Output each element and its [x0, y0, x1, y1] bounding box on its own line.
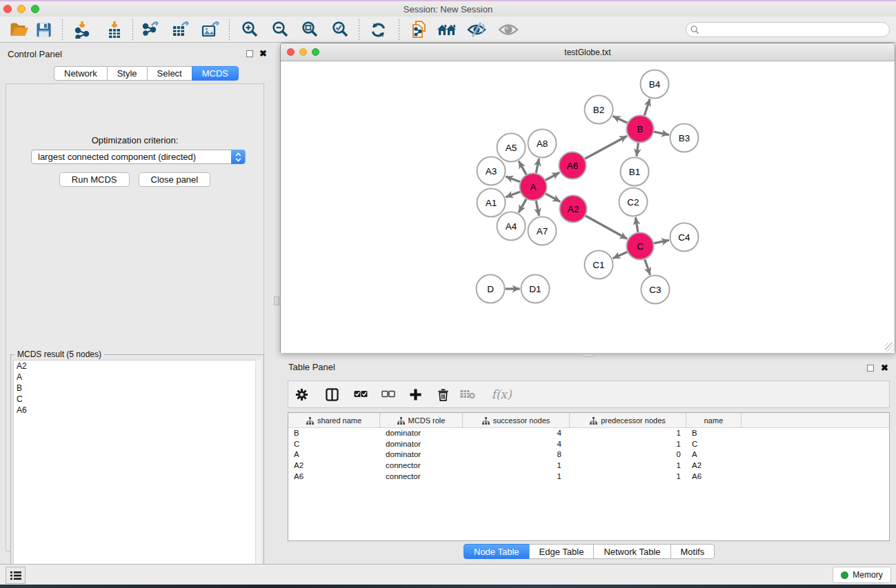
close-panel-button[interactable]: Close panel — [139, 172, 211, 187]
mcds-result-item[interactable]: B — [14, 383, 261, 394]
table-row[interactable]: Cdominator41C — [288, 439, 889, 450]
table-settings-button[interactable] — [292, 385, 310, 403]
close-panel-icon[interactable]: ✖ — [881, 363, 888, 373]
graph-edge-A-A4[interactable] — [519, 199, 526, 213]
graph-edge-A6-B[interactable] — [585, 136, 627, 159]
zoom-out-button[interactable] — [268, 18, 292, 41]
delete-table-button[interactable] — [459, 385, 477, 403]
graph-edge-C-C2[interactable] — [635, 217, 637, 232]
export-image-button[interactable] — [198, 18, 221, 41]
function-builder-button[interactable]: f(x) — [488, 385, 515, 403]
search-input[interactable] — [702, 25, 882, 34]
table-row[interactable]: A2connector11A2 — [288, 460, 889, 472]
graph-edge-A-A2[interactable] — [546, 194, 560, 202]
search-field[interactable] — [686, 22, 890, 37]
table-cell[interactable]: B — [288, 428, 380, 439]
graph-edge-C-C3[interactable] — [645, 259, 650, 274]
graph-edge-B-B2[interactable] — [613, 116, 627, 123]
graph-edge-A-A5[interactable] — [519, 161, 526, 175]
select-all-button[interactable] — [352, 385, 370, 403]
column-header-shared-name[interactable]: shared name — [288, 413, 380, 428]
table-row[interactable]: Adominator80A — [288, 449, 889, 460]
tab-select[interactable]: Select — [147, 66, 192, 81]
show-column-button[interactable] — [323, 385, 341, 403]
mcds-result-item[interactable]: A2 — [14, 361, 261, 372]
tab-mcds[interactable]: MCDS — [192, 66, 239, 81]
graph-edge-C-C4[interactable] — [654, 240, 669, 243]
table-cell[interactable]: A — [288, 449, 380, 460]
graph-edge-A-A7[interactable] — [536, 201, 539, 216]
column-header-name[interactable]: name — [686, 413, 741, 428]
table-cell[interactable]: 1 — [463, 472, 570, 483]
network-canvas[interactable]: B4B2BB3A8A5A6A3B1AC2A1A2A4A7C4CC1C3DD1 — [281, 62, 895, 353]
export-table-button[interactable] — [168, 18, 192, 41]
criterion-dropdown[interactable]: largest connected component (directed) — [31, 150, 246, 164]
graph-edge-A2-C[interactable] — [586, 216, 627, 239]
tab-edge-table[interactable]: Edge Table — [529, 544, 595, 559]
table-cell[interactable]: A2 — [686, 460, 741, 472]
graph-edge-A-A6[interactable] — [546, 172, 559, 180]
table-cell[interactable]: 1 — [570, 460, 686, 472]
new-network-from-selection-button[interactable] — [408, 18, 431, 41]
open-session-button[interactable] — [8, 18, 31, 41]
node-table[interactable]: shared nameMCDS rolesuccessor nodesprede… — [288, 412, 890, 541]
table-cell[interactable]: 1 — [570, 439, 686, 450]
table-cell[interactable]: 1 — [570, 428, 686, 439]
window-resize-handle[interactable] — [885, 343, 894, 352]
mcds-result-item[interactable]: A — [14, 372, 261, 383]
zoom-selected-button[interactable] — [328, 18, 352, 41]
column-header-successor-nodes[interactable]: successor nodes — [463, 413, 570, 428]
graph-edge-B-B1[interactable] — [637, 143, 638, 156]
table-row[interactable]: Bdominator41B — [288, 428, 889, 439]
tab-network[interactable]: Network — [54, 66, 108, 81]
deselect-all-button[interactable] — [379, 385, 397, 403]
import-network-button[interactable] — [70, 18, 94, 41]
tab-network-table[interactable]: Network Table — [593, 544, 670, 559]
table-cell[interactable]: B — [686, 428, 741, 439]
table-cell[interactable]: dominator — [380, 428, 463, 439]
show-hide-eye-button[interactable] — [497, 18, 520, 41]
table-cell[interactable]: A2 — [288, 460, 380, 472]
table-cell[interactable]: connector — [380, 472, 463, 483]
scrollbar[interactable] — [255, 360, 261, 585]
tab-style[interactable]: Style — [107, 66, 148, 81]
table-cell[interactable]: 1 — [463, 460, 570, 472]
table-row[interactable]: A6connector11A6 — [288, 472, 889, 483]
add-entry-button[interactable] — [406, 385, 424, 403]
task-history-button[interactable] — [6, 567, 26, 584]
table-cell[interactable]: dominator — [380, 449, 463, 460]
table-cell[interactable]: 1 — [570, 472, 686, 483]
graph-edge-B-B3[interactable] — [654, 132, 669, 134]
export-network-button[interactable] — [139, 18, 162, 41]
vertical-splitter-grip[interactable] — [274, 296, 279, 305]
table-cell[interactable]: 4 — [463, 439, 570, 450]
cybrowser-home-button[interactable] — [435, 18, 459, 41]
table-cell[interactable]: C — [686, 439, 741, 450]
memory-button[interactable]: Memory — [833, 567, 891, 583]
table-cell[interactable]: 0 — [570, 449, 686, 460]
delete-entry-button[interactable] — [434, 385, 452, 403]
table-cell[interactable]: A — [686, 449, 741, 460]
table-cell[interactable]: 4 — [463, 428, 570, 439]
close-panel-icon[interactable]: ✖ — [259, 48, 267, 59]
network-window-titlebar[interactable]: testGlobe.txt — [281, 43, 895, 61]
mcds-result-item[interactable]: A6 — [14, 405, 261, 416]
mcds-result-item[interactable]: C — [14, 394, 261, 405]
float-panel-icon[interactable] — [246, 50, 253, 57]
save-session-button[interactable] — [32, 18, 55, 41]
toggle-graphics-details-button[interactable] — [465, 18, 488, 41]
graph-edge-A-A1[interactable] — [506, 192, 520, 197]
zoom-in-button[interactable] — [238, 18, 261, 41]
graph-edge-B-B4[interactable] — [644, 99, 650, 115]
mcds-result-list[interactable]: A2ABCA6 — [13, 360, 261, 585]
table-cell[interactable]: dominator — [380, 439, 463, 450]
run-mcds-button[interactable]: Run MCDS — [59, 172, 130, 187]
tab-motifs[interactable]: Motifs — [670, 544, 715, 559]
graph-edge-A-A3[interactable] — [506, 176, 520, 182]
float-panel-icon[interactable] — [867, 365, 874, 372]
tab-node-table[interactable]: Node Table — [464, 544, 530, 559]
graph-edge-C-C1[interactable] — [613, 252, 628, 258]
import-table-button[interactable] — [103, 18, 126, 41]
network-graph[interactable]: B4B2BB3A8A5A6A3B1AC2A1A2A4A7C4CC1C3DD1 — [281, 62, 895, 353]
column-header-predecessor-nodes[interactable]: predecessor nodes — [570, 413, 686, 428]
